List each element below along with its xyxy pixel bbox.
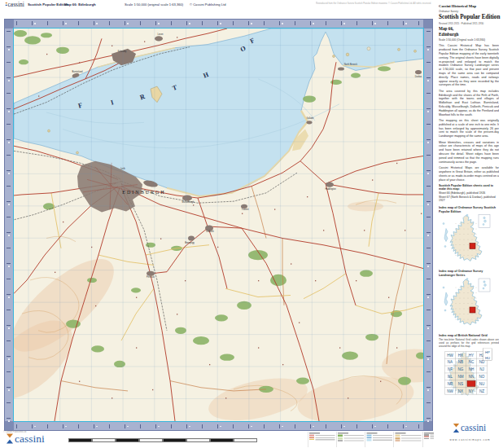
sheets-heading: Scottish Popular Edition sheets used to … [439,184,499,191]
cassini-logo: cassini [5,1,8,8]
grid-tick [78,21,79,25]
description-paragraph: This Cassini Historical Map has been pro… [439,44,499,87]
grid-tick [426,201,431,202]
grid-tick [47,424,48,428]
legend-group [308,432,336,447]
grid-tick [426,46,431,47]
map-canvas[interactable]: EDINBURGH FIRTHOFKirkcaldyBurntislandLev… [13,28,424,422]
grid-tick [326,424,326,428]
grid-square-label: NY [469,389,474,393]
grid-tick [7,340,11,341]
index-map-national-grid: HWHXHYHZNANBNCNDNFNGNHNJNLNMNNNONRNSNUNW… [440,349,499,401]
grid-tick [7,294,11,295]
legend-group [394,432,422,447]
grid-tick [426,248,431,248]
grid-square-label: NM [457,375,463,379]
grid-tick [426,77,431,78]
grid-tick [310,21,311,25]
grid-tick [356,424,357,428]
frame-corner [423,20,432,29]
sheet-header: cassini Scottish Popular Edition Map 66:… [0,0,434,18]
grid-square-label: HW [447,354,453,358]
grid-tick [341,424,342,428]
grid-tick [326,21,326,25]
town-label: Musselburgh [182,200,195,204]
grid-tick [7,387,11,388]
town-label: Leith [120,167,125,170]
grid-tick [171,424,172,428]
grid-tick [356,21,357,25]
grid-tick [426,418,431,419]
grid-square-label: NC [469,360,475,364]
grid-tick [94,21,94,25]
grid-square-label: ND [479,360,485,364]
town-label: Penicuik [147,275,155,279]
grid-tick [341,21,342,25]
grid-tick [7,62,11,63]
header-edition: Scottish Popular Edition [28,2,68,7]
grid-square-label: HY [469,354,474,358]
grid-square-label: HU [485,356,490,360]
grid-tick [372,424,373,428]
header-map-number: Map 66: Edinburgh [64,2,96,7]
header-scale: Scale 1:50,000 (original scale 1:63,360) [125,2,183,7]
cassini-footer-logo: cassini [6,433,45,446]
website-url: www.cassinimaps.com [435,438,503,441]
sidebar-scale: Scale 1:50,000 (Original scale 1:63,360) [439,38,485,42]
sidebar-series: Ordnance Survey [439,10,458,13]
grid-tick [426,186,431,187]
index-map-popular-edition [440,214,499,266]
grid-tick [426,387,431,388]
grid-tick [7,232,11,233]
town-label: Kirkcaldy [118,50,127,53]
map-frame: EDINBURGH FIRTHOFKirkcaldyBurntislandLev… [4,19,433,431]
grid-tick [140,424,141,428]
grid-tick [7,248,11,248]
grid-tick [418,21,419,25]
edinburgh-label: EDINBURGH [122,190,165,195]
grid-tick [202,424,203,428]
grid-tick [7,139,11,140]
grid-tick [295,21,295,25]
grid-tick [426,62,431,63]
grid-tick [7,108,11,109]
grid-tick [372,21,373,25]
grid-tick [426,217,431,217]
grid-tick [426,356,431,357]
grid-square-label: NX [458,389,463,393]
grid-tick [78,424,79,428]
grid-tick [426,294,431,295]
grid-tick [140,21,141,25]
grid-tick [426,139,431,140]
grid-tick [310,424,311,428]
grid-tick [426,170,431,171]
grid-tick [7,93,11,94]
description-paragraph: Minor blemishes, creases and variations … [439,140,499,164]
sidebar-map-name: Edinburgh [439,32,459,37]
sidebar-map-number: Map 66, [439,27,453,32]
grid-tick [426,402,431,403]
grid-tick [387,424,388,428]
grid-tick [426,371,431,372]
frame-corner [423,421,432,430]
grid-tick [403,424,404,428]
grid-square-label: NF [448,367,453,371]
grid-tick [426,124,431,125]
town-label: Leven [157,33,164,36]
index2-caption: Index map of Ordnance Survey Landranger … [439,270,499,277]
town-label: Bonnyrigg [185,241,195,244]
grid-tick [155,424,156,428]
grid-tick [109,21,110,25]
grid-tick [248,424,249,428]
grid-tick [32,21,33,25]
grid-square-label: NZ [479,389,484,393]
index3-caption: Index map of British National Grid [439,333,499,337]
grid-square-label: NS [458,382,463,386]
grid-tick [217,424,218,428]
sidebar-body: This Cassini Historical Map has been pro… [439,44,499,427]
grid-tick [63,424,63,428]
grid-tick [155,21,156,25]
grid-tick [202,21,203,25]
header-copyright: © Cassini Publishing Ltd [190,2,225,7]
grid-tick [186,21,187,25]
